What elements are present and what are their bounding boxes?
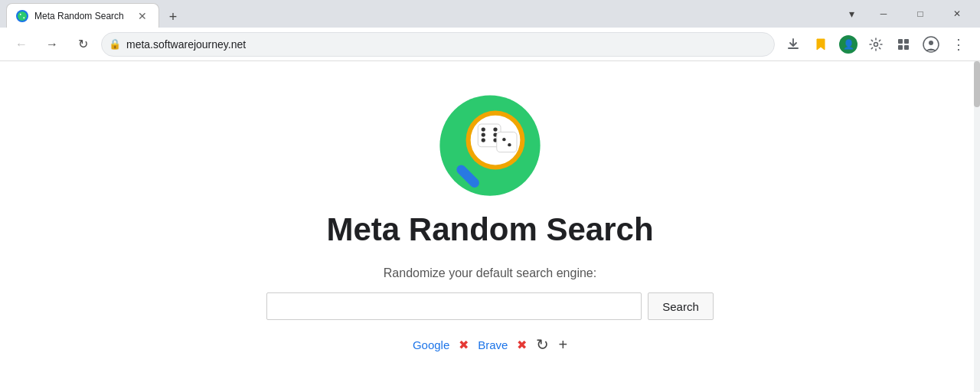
svg-rect-7 bbox=[898, 45, 903, 50]
logo-container bbox=[436, 92, 544, 199]
active-tab[interactable]: Meta Random Search ✕ bbox=[6, 3, 159, 28]
address-bar-wrap: 🔒 bbox=[101, 32, 775, 57]
new-tab-button[interactable]: + bbox=[162, 6, 184, 28]
tab-title: Meta Random Search bbox=[34, 11, 129, 21]
site-title: Meta Random Search bbox=[326, 211, 653, 248]
extension-profile-button[interactable]: 👤 bbox=[836, 32, 861, 57]
forward-button[interactable]: → bbox=[40, 32, 64, 57]
navigation-bar: ← → ↻ 🔒 👤 ⋮ bbox=[0, 28, 980, 61]
tab-dropdown-button[interactable]: ▾ bbox=[839, 2, 864, 26]
page-content: Meta Random Search Randomize your defaul… bbox=[0, 61, 980, 392]
download-button[interactable] bbox=[781, 32, 805, 57]
settings-button[interactable] bbox=[864, 32, 888, 57]
extensions-button[interactable] bbox=[891, 32, 916, 57]
svg-rect-8 bbox=[904, 45, 909, 50]
engine-google[interactable]: Google bbox=[413, 338, 449, 351]
svg-rect-3 bbox=[788, 47, 799, 49]
search-row: Search bbox=[266, 292, 714, 320]
title-bar: Meta Random Search ✕ + ▾ ─ □ ✕ bbox=[0, 0, 980, 28]
toolbar-icons: 👤 ⋮ bbox=[781, 32, 971, 57]
svg-point-0 bbox=[18, 11, 27, 21]
window-controls: ─ □ ✕ bbox=[867, 0, 974, 28]
reload-button[interactable]: ↻ bbox=[70, 32, 95, 57]
svg-point-24 bbox=[508, 143, 511, 146]
back-button[interactable]: ← bbox=[9, 32, 34, 57]
svg-point-1 bbox=[20, 13, 21, 15]
profile-button[interactable] bbox=[919, 32, 943, 57]
tab-close-button[interactable]: ✕ bbox=[136, 9, 149, 23]
svg-point-2 bbox=[23, 17, 24, 18]
svg-point-17 bbox=[493, 127, 497, 131]
svg-point-23 bbox=[502, 138, 505, 141]
remove-brave-button[interactable]: ✖︎ bbox=[517, 338, 527, 352]
minimize-button[interactable]: ─ bbox=[867, 0, 900, 28]
maximize-button[interactable]: □ bbox=[903, 0, 937, 28]
svg-point-16 bbox=[482, 127, 485, 131]
remove-google-button[interactable]: ✖︎ bbox=[459, 338, 469, 352]
search-button[interactable]: Search bbox=[648, 292, 714, 320]
tagline: Randomize your default search engine: bbox=[384, 266, 596, 280]
svg-point-10 bbox=[929, 41, 933, 45]
svg-rect-6 bbox=[904, 39, 909, 44]
reload-engines-button[interactable]: ↻ bbox=[536, 335, 549, 354]
add-engine-button[interactable]: + bbox=[558, 336, 567, 354]
svg-point-20 bbox=[482, 138, 485, 142]
chrome-menu-button[interactable]: ⋮ bbox=[946, 32, 971, 57]
svg-point-4 bbox=[874, 42, 878, 46]
lock-icon: 🔒 bbox=[109, 38, 121, 50]
search-input[interactable] bbox=[266, 292, 642, 320]
tab-favicon bbox=[16, 10, 28, 22]
engines-row: Google ✖︎ Brave ✖︎ ↻ + bbox=[413, 335, 567, 354]
svg-rect-5 bbox=[898, 39, 903, 44]
tab-strip: Meta Random Search ✕ + bbox=[6, 0, 839, 28]
scrollbar[interactable] bbox=[974, 61, 980, 392]
bookmark-button[interactable] bbox=[808, 32, 833, 57]
close-button[interactable]: ✕ bbox=[940, 0, 974, 28]
scrollbar-thumb[interactable] bbox=[974, 61, 980, 107]
logo-image bbox=[436, 92, 544, 199]
address-bar[interactable] bbox=[101, 32, 775, 57]
svg-point-18 bbox=[482, 132, 485, 136]
engine-brave[interactable]: Brave bbox=[478, 338, 508, 351]
svg-rect-22 bbox=[497, 132, 517, 152]
